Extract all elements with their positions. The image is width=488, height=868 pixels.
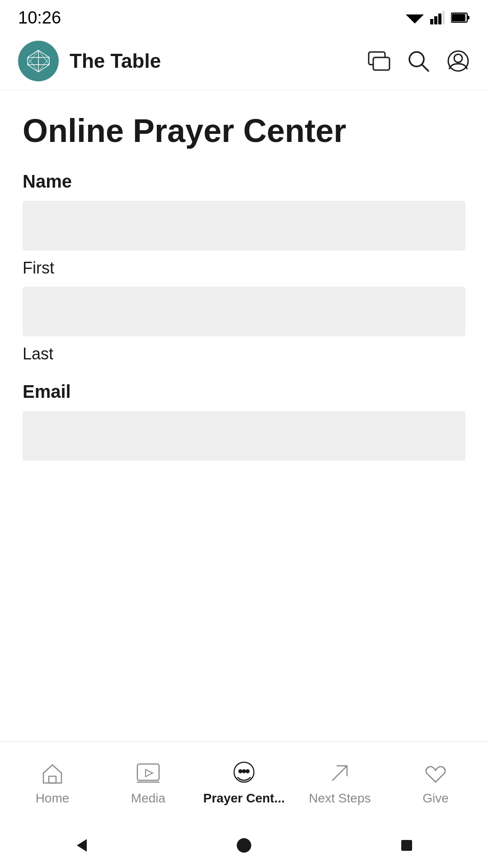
first-name-group <box>23 201 465 250</box>
nav-item-give[interactable]: Give <box>388 760 483 806</box>
svg-line-31 <box>333 766 347 780</box>
header-title: The Table <box>70 50 161 72</box>
name-section: Name First Last <box>23 171 465 363</box>
main-content: Online Prayer Center Name First Last Ema… <box>0 90 488 787</box>
svg-rect-34 <box>401 840 412 851</box>
give-nav-icon <box>422 760 449 787</box>
svg-rect-1 <box>430 19 433 24</box>
battery-icon <box>451 12 470 23</box>
chat-button[interactable] <box>367 49 390 73</box>
nav-item-next-steps[interactable]: Next Steps <box>292 760 388 806</box>
svg-point-30 <box>246 769 249 773</box>
bottom-nav: Home Media Prayer Cent... <box>0 741 488 823</box>
profile-button[interactable] <box>446 49 470 73</box>
email-group <box>23 411 465 461</box>
app-logo[interactable] <box>18 41 59 81</box>
svg-point-29 <box>243 769 246 773</box>
android-home-button[interactable] <box>235 836 253 854</box>
android-home-icon <box>235 836 253 854</box>
nav-item-home[interactable]: Home <box>5 760 100 806</box>
svg-rect-6 <box>467 16 469 19</box>
first-label: First <box>23 259 465 278</box>
email-input[interactable] <box>23 411 465 461</box>
svg-marker-25 <box>145 769 153 777</box>
android-back-button[interactable] <box>72 836 90 854</box>
wifi-icon <box>406 11 424 24</box>
svg-point-22 <box>454 54 462 62</box>
next-steps-icon <box>327 760 352 786</box>
page-title: Online Prayer Center <box>23 113 465 149</box>
svg-rect-18 <box>373 57 389 70</box>
svg-rect-23 <box>49 776 56 783</box>
svg-line-20 <box>422 65 428 71</box>
svg-rect-3 <box>438 14 441 24</box>
logo-icon <box>26 48 51 74</box>
chat-icon <box>367 49 390 73</box>
svg-rect-24 <box>137 764 159 780</box>
search-icon <box>407 49 430 73</box>
prayer-center-nav-icon <box>230 760 258 787</box>
home-nav-label: Home <box>36 791 70 806</box>
prayer-center-icon <box>231 760 257 786</box>
last-name-group <box>23 287 465 336</box>
home-icon <box>40 760 65 786</box>
name-label: Name <box>23 171 465 192</box>
media-icon <box>136 760 161 786</box>
svg-rect-7 <box>452 14 465 21</box>
status-bar: 10:26 <box>0 0 488 32</box>
svg-rect-4 <box>442 11 445 24</box>
next-steps-nav-label: Next Steps <box>309 791 371 806</box>
android-nav-bar <box>0 823 488 868</box>
header-actions <box>367 49 470 73</box>
last-label: Last <box>23 344 465 363</box>
search-button[interactable] <box>407 49 430 73</box>
nav-item-prayer-center[interactable]: Prayer Cent... <box>196 760 292 806</box>
recents-icon <box>398 836 416 854</box>
media-nav-label: Media <box>131 791 165 806</box>
app-header: The Table <box>0 32 488 90</box>
email-section: Email <box>23 382 465 461</box>
profile-icon <box>446 49 470 73</box>
header-left: The Table <box>18 41 161 81</box>
nav-item-media[interactable]: Media <box>100 760 196 806</box>
prayer-center-nav-label: Prayer Cent... <box>203 791 285 806</box>
next-steps-nav-icon <box>326 760 353 787</box>
svg-point-28 <box>239 769 242 773</box>
status-time: 10:26 <box>18 8 61 28</box>
give-nav-label: Give <box>422 791 449 806</box>
media-nav-icon <box>135 760 162 787</box>
svg-rect-2 <box>434 16 437 24</box>
give-icon <box>423 760 448 786</box>
svg-point-33 <box>237 838 251 853</box>
first-name-input[interactable] <box>23 201 465 250</box>
svg-marker-0 <box>406 14 424 24</box>
home-nav-icon <box>39 760 66 787</box>
last-name-input[interactable] <box>23 287 465 336</box>
svg-marker-32 <box>77 839 87 852</box>
email-label: Email <box>23 382 465 402</box>
android-recents-button[interactable] <box>398 836 416 854</box>
signal-icon <box>430 11 445 24</box>
status-icons <box>406 11 470 24</box>
back-icon <box>72 836 90 854</box>
